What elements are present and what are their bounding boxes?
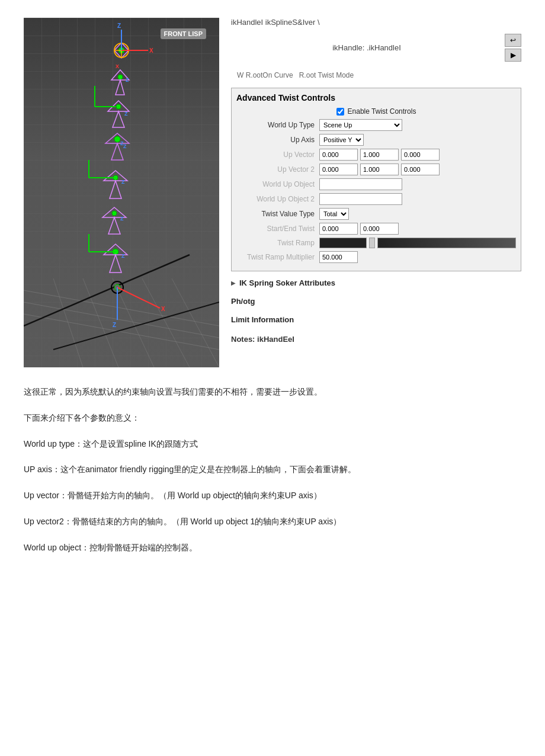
- up-axis-value: Positive Y: [319, 134, 516, 146]
- svg-text:Z: Z: [124, 111, 128, 117]
- limit-info-title: Limit Information: [231, 315, 294, 324]
- svg-point-13: [114, 136, 120, 142]
- svg-line-0: [24, 290, 219, 326]
- world-up-object2-label: World Up Object 2: [236, 195, 319, 203]
- twist-ramp-multiplier-value: [319, 251, 516, 263]
- photg-section[interactable]: Ph/otg: [231, 294, 521, 308]
- end-twist-input[interactable]: [360, 223, 399, 235]
- world-up-type-row: World Up Type Scene Up: [236, 119, 516, 131]
- start-end-twist-values: [319, 223, 516, 235]
- btn-load[interactable]: ↩: [505, 34, 521, 47]
- up-vector-x[interactable]: [319, 149, 358, 161]
- up-vector-z[interactable]: [401, 149, 440, 161]
- up-vector2-values: [319, 164, 516, 175]
- world-up-object2-row: World Up Object 2: [236, 193, 516, 205]
- up-vector-row: Up Vector: [236, 149, 516, 161]
- up-vector-label: Up Vector: [236, 150, 319, 159]
- svg-line-7: [172, 278, 219, 367]
- svg-text:X: X: [149, 47, 153, 54]
- twist-ramp-bar: [319, 238, 367, 248]
- up-axis-select[interactable]: Positive Y: [319, 134, 364, 146]
- up-vector2-y[interactable]: [360, 164, 399, 175]
- svg-line-6: [142, 278, 190, 367]
- svg-text:Z: Z: [120, 140, 124, 146]
- svg-line-9: [53, 302, 219, 350]
- world-up-object-input[interactable]: [319, 178, 402, 190]
- root-twist-mode: R.oot Twist Mode: [299, 71, 354, 79]
- twist-ramp-multiplier-input[interactable]: [319, 251, 358, 263]
- notes-row: Notes: ikHandEeI: [231, 335, 521, 344]
- twist-ramp-value: [319, 238, 516, 248]
- advanced-twist-title: Advanced Twist Controls: [236, 93, 516, 102]
- page-wrapper: FRONT LISP: [0, 0, 545, 585]
- svg-text:Z: Z: [121, 253, 125, 259]
- svg-line-2: [24, 314, 219, 350]
- up-vector2-label: Up Vector 2: [236, 165, 319, 174]
- para7: World up object：控制骨骼链开始端的控制器。: [24, 541, 521, 555]
- svg-marker-26: [110, 181, 121, 198]
- twist-ramp-row: Twist Ramp: [236, 238, 516, 248]
- start-end-twist-row: Start/End Twist: [236, 223, 516, 235]
- svg-marker-22: [113, 111, 124, 127]
- para3: World up type：这个是设置spline IK的跟随方式: [24, 437, 521, 451]
- svg-text:Z: Z: [126, 77, 129, 83]
- world-up-object2-value: [319, 193, 516, 205]
- svg-marker-30: [110, 255, 121, 273]
- up-vector-values: [319, 149, 516, 161]
- world-up-object-label: World Up Object: [236, 180, 319, 188]
- para1: 这很正常，因为系统默认的约束轴向设置与我们需要的不相符，需要进一步设置。: [24, 385, 521, 399]
- ik-handle-label: ikHandle: .ikHandleI: [231, 43, 502, 52]
- twist-ramp-label: Twist Ramp: [236, 239, 319, 247]
- svg-text:Z: Z: [117, 23, 121, 29]
- world-up-type-select[interactable]: Scene Up: [319, 119, 402, 131]
- viewport-bg: FRONT LISP: [24, 18, 219, 367]
- twist-value-type-select[interactable]: Total: [319, 208, 349, 220]
- svg-text:Z: Z: [123, 143, 127, 149]
- svg-line-54: [117, 287, 160, 308]
- svg-text:Z: Z: [113, 322, 116, 328]
- w-root-on-curve: W R.ootOn Curve: [237, 71, 293, 79]
- up-vector2-x[interactable]: [319, 164, 358, 175]
- world-up-object-row: World Up Object: [236, 178, 516, 190]
- twist-value-type-value: Total: [319, 208, 516, 220]
- up-vector-y[interactable]: [360, 149, 399, 161]
- up-vector2-z[interactable]: [401, 164, 440, 175]
- para4: UP axis：这个在animator friendly rigging里的定义…: [24, 463, 521, 477]
- viewport: FRONT LISP: [24, 18, 219, 367]
- start-twist-input[interactable]: [319, 223, 358, 235]
- limit-info-section[interactable]: Limit Information: [231, 313, 521, 326]
- enable-twist-label: Enable Twist Controls: [348, 107, 416, 116]
- breadcrumb: ikHandleI ikSplineS&Iver \: [231, 18, 521, 27]
- svg-text:X: X: [116, 63, 119, 69]
- svg-line-3: [53, 278, 83, 367]
- svg-line-8: [24, 255, 190, 326]
- enable-twist-checkbox[interactable]: [336, 108, 344, 116]
- twist-value-type-label: Twist Value Type: [236, 210, 319, 218]
- svg-point-12: [116, 104, 121, 109]
- svg-marker-20: [116, 80, 124, 95]
- twist-value-type-row: Twist Value Type Total: [236, 208, 516, 220]
- para5: Up vector：骨骼链开始方向的轴向。（用 World up object的…: [24, 489, 521, 503]
- text-content: 这很正常，因为系统默认的约束轴向设置与我们需要的不相符，需要进一步设置。 下面来…: [24, 385, 521, 555]
- up-axis-label: Up Axis: [236, 136, 319, 144]
- right-panel: ikHandleI ikSplineS&Iver \ ikHandle: .ik…: [231, 18, 521, 367]
- world-up-object-value: [319, 178, 516, 190]
- up-vector2-row: Up Vector 2: [236, 164, 516, 175]
- twist-ramp-multiplier-row: Twist Ramp Multiplier: [236, 251, 516, 263]
- ik-handle-row: ikHandle: .ikHandleI ↩ ▶: [231, 34, 521, 62]
- svg-line-1: [24, 302, 219, 338]
- svg-text:Z: Z: [120, 216, 124, 222]
- start-end-twist-label: Start/End Twist: [236, 225, 319, 233]
- para2: 下面来介绍下各个参数的意义：: [24, 411, 521, 425]
- btn-go[interactable]: ▶: [505, 49, 521, 62]
- para6: Up vector2：骨骼链结束的方向的轴向。（用 World up objec…: [24, 515, 521, 529]
- svg-point-15: [112, 211, 117, 216]
- ik-spring-section[interactable]: ▶ IK Spring Soker Attributes: [231, 276, 521, 290]
- advanced-twist-box: Advanced Twist Controls Enable Twist Con…: [231, 88, 521, 271]
- skeleton-svg: Z Z Z Z Z Z Z X X: [24, 18, 219, 367]
- twist-mode-row: W R.ootOn Curve R.oot Twist Mode: [231, 71, 521, 79]
- ramp-slider[interactable]: [369, 238, 375, 248]
- world-up-object2-input[interactable]: [319, 193, 402, 205]
- twist-ramp-multiplier-label: Twist Ramp Multiplier: [236, 253, 319, 261]
- up-axis-row: Up Axis Positive Y: [236, 134, 516, 146]
